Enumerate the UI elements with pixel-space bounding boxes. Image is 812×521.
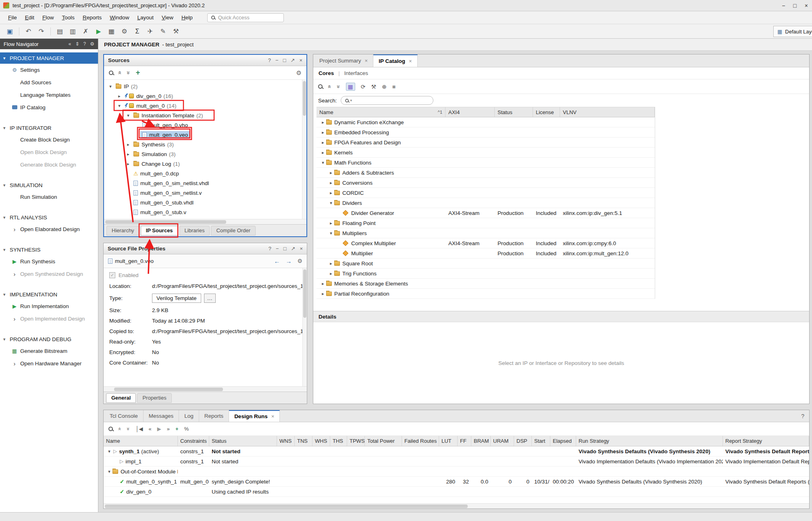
delete-button[interactable]: ✗	[80, 26, 92, 37]
nav-item-run-simulation[interactable]: Run Simulation	[0, 191, 98, 203]
chevron-right-icon[interactable]: ▸	[320, 140, 326, 145]
layout-selector[interactable]: ▦ Default Layou	[773, 26, 812, 37]
chevron-right-icon[interactable]: ▸	[320, 130, 326, 135]
column-header-elapsed[interactable]: Elapsed	[550, 436, 576, 446]
nav-item-run-implementation[interactable]: ▶Run Implementation	[0, 300, 98, 313]
column-header-ths[interactable]: THS	[330, 436, 347, 446]
tab-project-summary[interactable]: Project Summary ×	[314, 54, 373, 67]
nav-item-create-block-design[interactable]: Create Block Design	[0, 133, 98, 146]
chevron-down-icon[interactable]: ▾	[125, 113, 131, 118]
tree-row[interactable]: mult_gen_0_stub.v	[104, 207, 306, 217]
create-runs-icon[interactable]: +	[175, 426, 179, 432]
sfp-panel-header[interactable]: Source File Properties ? − □ ↗ ×	[104, 243, 307, 254]
close-icon[interactable]: ×	[365, 58, 368, 64]
tab-log[interactable]: Log	[179, 410, 199, 422]
column-header-ff[interactable]: FF	[458, 436, 471, 446]
column-header-tpws[interactable]: TPWS	[347, 436, 365, 446]
catalog-row[interactable]: ▸Trig Functions	[316, 269, 655, 279]
run-row[interactable]: ▾▷synth_1(active)constrs_1Not startedViv…	[104, 446, 809, 456]
tab-cores[interactable]: Cores	[319, 70, 334, 76]
nav-header-synthesis[interactable]: ▾SYNTHESIS	[0, 244, 98, 255]
chevron-down-icon[interactable]: ▾	[107, 84, 114, 89]
scrollbar-thumb[interactable]	[303, 81, 306, 116]
chevron-right-icon[interactable]: ▸	[328, 180, 334, 185]
catalog-row[interactable]: ▾Math Functions	[316, 158, 655, 168]
collapse-all-icon[interactable]: «	[117, 427, 123, 430]
close-icon[interactable]: ×	[300, 246, 303, 252]
horizontal-scrollbar[interactable]	[104, 219, 306, 224]
quick-access-input[interactable]: Quick Access	[207, 13, 284, 22]
horizontal-scrollbar[interactable]	[104, 503, 809, 508]
column-header-status[interactable]: Status	[209, 436, 277, 446]
scrollbar-thumb[interactable]	[114, 388, 223, 391]
nav-header-project-manager[interactable]: ▾PROJECT MANAGER	[0, 52, 98, 64]
group-by-category-icon[interactable]: ▦	[346, 83, 355, 91]
catalog-row[interactable]: Complex MultiplierAXI4-StreamProductionI…	[316, 238, 655, 248]
type-value-box[interactable]: Verilog Template	[152, 294, 201, 303]
tab-properties[interactable]: Properties	[137, 393, 171, 403]
run-row[interactable]: ▷impl_1constrs_1Not startedVivado Implem…	[104, 456, 809, 467]
report-button[interactable]: ▤	[54, 26, 66, 37]
edit-button[interactable]: ✎	[157, 26, 169, 37]
nav-item-open-synthesized-design[interactable]: ›Open Synthesized Design	[0, 268, 98, 280]
reset-runs-icon[interactable]: │◀	[135, 426, 143, 432]
tree-row[interactable]: mult_gen_0.vho	[104, 120, 306, 130]
chevron-right-icon[interactable]: ▸	[320, 150, 326, 155]
tab-compile-order[interactable]: Compile Order	[211, 226, 256, 235]
nav-item-language-templates[interactable]: Language Templates	[0, 89, 98, 101]
help-icon[interactable]: ?	[269, 246, 271, 252]
nav-item-settings[interactable]: ⚙Settings	[0, 64, 98, 76]
column-header-vlnv[interactable]: VLNV	[560, 107, 655, 117]
column-header-uram[interactable]: URAM	[491, 436, 514, 446]
menu-layout[interactable]: Layout	[133, 13, 158, 23]
nav-item-open-hardware-manager[interactable]: ›Open Hardware Manager	[0, 357, 98, 370]
maximize-button[interactable]: □	[793, 2, 796, 9]
close-icon[interactable]: ×	[299, 57, 302, 63]
column-header-wns[interactable]: WNS	[277, 436, 295, 446]
run-button[interactable]: ▶	[93, 26, 104, 37]
nav-item-open-elaborated-design[interactable]: ›Open Elaborated Design	[0, 223, 98, 235]
chevron-right-icon[interactable]: ▸	[125, 152, 131, 157]
chevron-down-icon[interactable]: ▾	[106, 469, 112, 474]
nav-item-ip-catalog[interactable]: IP Catalog	[0, 101, 98, 114]
float-icon[interactable]: □	[283, 246, 287, 252]
minimize-icon[interactable]: −	[275, 57, 279, 63]
column-header-name[interactable]: Name	[104, 436, 178, 446]
column-header-dsp[interactable]: DSP	[514, 436, 532, 446]
tree-row[interactable]: ▸div_gen_0(16)	[104, 91, 306, 101]
enabled-checkbox[interactable]: ✓	[109, 272, 115, 278]
catalog-row[interactable]: ▸Partial Reconfiguration	[316, 289, 655, 299]
nav-item-generate-block-design[interactable]: Generate Block Design	[0, 158, 98, 171]
column-header-constraints[interactable]: Constraints	[178, 436, 209, 446]
scrollbar-thumb[interactable]	[303, 269, 306, 318]
tab-hierarchy[interactable]: Hierarchy	[106, 226, 139, 235]
catalog-row[interactable]: ▸Floating Point	[316, 218, 655, 228]
nav-item-generate-bitstream[interactable]: ▦Generate Bitstream	[0, 345, 98, 357]
dock-left-icon[interactable]: «	[69, 41, 71, 47]
tree-row[interactable]: ▸Synthesis(3)	[104, 140, 306, 149]
column-header-tns[interactable]: TNS	[295, 436, 312, 446]
maximize-icon[interactable]: ↗	[291, 246, 296, 252]
add-sources-icon[interactable]: +	[136, 69, 140, 77]
chevron-right-icon[interactable]: ▸	[116, 94, 123, 99]
collapse-all-icon[interactable]: «	[327, 85, 333, 88]
forward-icon[interactable]: →	[285, 258, 291, 265]
catalog-row[interactable]: ▸Embedded Processing	[316, 127, 655, 138]
run-icon[interactable]: ▶	[157, 426, 161, 432]
dashboard-button[interactable]: ▦	[106, 26, 117, 37]
column-header-lut[interactable]: LUT	[439, 436, 458, 446]
close-icon[interactable]: ×	[409, 58, 412, 64]
column-header-axi4[interactable]: AXI4	[446, 107, 495, 117]
column-header-name[interactable]: Name ^1	[316, 107, 446, 117]
catalog-row[interactable]: ▸Square Root	[316, 258, 655, 269]
tree-row[interactable]: ▸Simulation(3)	[104, 149, 306, 159]
chevron-right-icon[interactable]: ▸	[328, 190, 334, 196]
copy-button[interactable]: ▥	[67, 26, 79, 37]
menu-file[interactable]: File	[4, 13, 21, 23]
nav-item-open-block-design[interactable]: Open Block Design	[0, 146, 98, 158]
column-header-run-strategy[interactable]: Run Strategy	[576, 436, 723, 446]
catalog-row[interactable]: Divider GeneratorAXI4-StreamProductionIn…	[316, 208, 655, 218]
chevron-right-icon[interactable]: ▸	[125, 161, 131, 167]
menu-window[interactable]: Window	[106, 13, 133, 23]
nav-item-open-implemented-design[interactable]: ›Open Implemented Design	[0, 313, 98, 325]
